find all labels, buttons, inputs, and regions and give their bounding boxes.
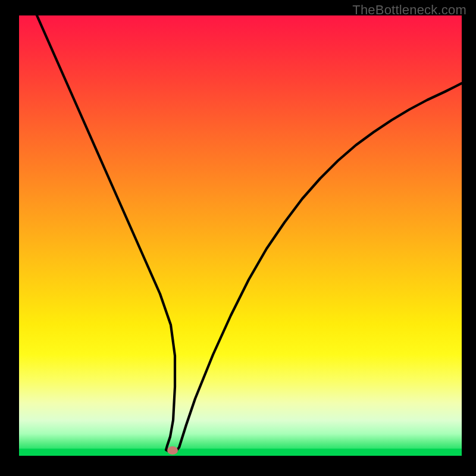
plot-area bbox=[19, 15, 462, 456]
watermark: TheBottleneck.com bbox=[352, 2, 466, 18]
bottleneck-curve bbox=[19, 15, 462, 456]
minimum-marker bbox=[167, 446, 178, 455]
chart-frame: TheBottleneck.com bbox=[0, 0, 476, 476]
